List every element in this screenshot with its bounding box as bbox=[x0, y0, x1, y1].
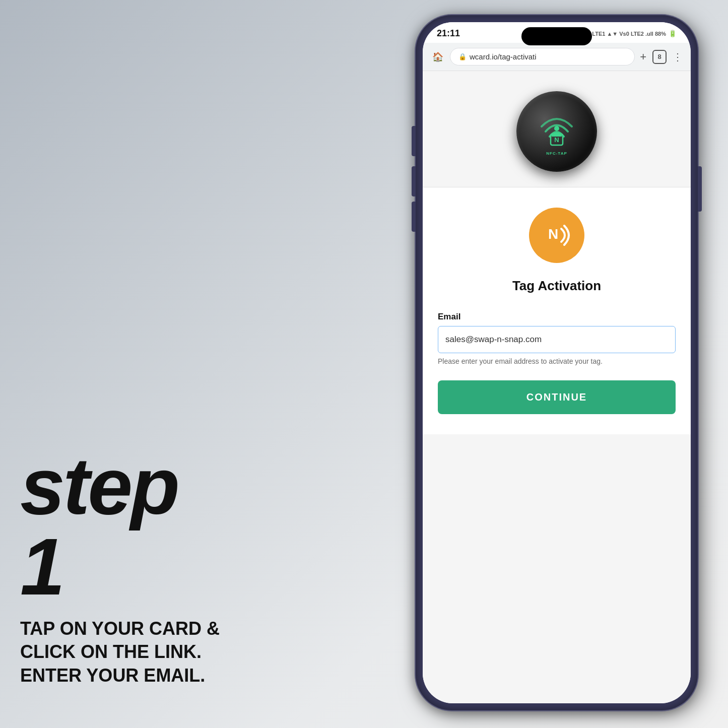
browser-bar: 🏠 🔒 wcard.io/tag-activati + 8 ⋮ bbox=[423, 43, 691, 71]
email-label: Email bbox=[438, 312, 676, 322]
instruction-line1: TAP ON YOUR CARD & bbox=[20, 618, 220, 639]
email-section: Email Please enter your email address to… bbox=[438, 312, 676, 365]
page-content: N NFC-TAP bbox=[423, 71, 691, 703]
home-button[interactable]: 🏠 bbox=[431, 50, 445, 64]
tag-activation-title: Tag Activation bbox=[512, 278, 601, 294]
new-tab-button[interactable]: + bbox=[640, 50, 646, 63]
card-section: N Tag Activation Email Please enter your… bbox=[423, 187, 691, 434]
logo-section: N NFC-TAP bbox=[423, 71, 691, 187]
url-bar[interactable]: 🔒 wcard.io/tag-activati bbox=[450, 48, 635, 65]
tab-count: 8 bbox=[657, 53, 661, 60]
instruction-line3: ENTER YOUR EMAIL. bbox=[20, 665, 205, 686]
email-input[interactable] bbox=[438, 326, 676, 353]
svg-text:N: N bbox=[548, 226, 558, 242]
status-time: 21:11 bbox=[437, 28, 460, 39]
phone-notch bbox=[521, 27, 592, 45]
step-label: step 1 bbox=[20, 446, 232, 607]
menu-button[interactable]: ⋮ bbox=[673, 51, 683, 63]
continue-button[interactable]: CONTINUE bbox=[438, 380, 676, 414]
nfc-wave-svg: N bbox=[539, 218, 574, 253]
tab-badge[interactable]: 8 bbox=[652, 50, 667, 64]
nfc-tap-logo-svg: N NFC-TAP bbox=[532, 106, 582, 157]
phone-outer-shell: 21:11 📷 🖼 📞 Vs0 4G LTE1 ▲▼ Vs0 LTE2 .ull… bbox=[416, 15, 698, 710]
battery-icon: 🔋 bbox=[669, 30, 677, 37]
phone-mockup: 21:11 📷 🖼 📞 Vs0 4G LTE1 ▲▼ Vs0 LTE2 .ull… bbox=[416, 15, 698, 710]
url-text: wcard.io/tag-activati bbox=[470, 52, 537, 61]
svg-point-2 bbox=[554, 126, 559, 131]
email-hint: Please enter your email address to activ… bbox=[438, 357, 676, 365]
nfc-orange-icon: N bbox=[529, 208, 584, 263]
logo-inner: N NFC-TAP bbox=[532, 106, 582, 157]
svg-text:N: N bbox=[554, 136, 559, 144]
left-panel: step 1 TAP ON YOUR CARD & CLICK ON THE L… bbox=[20, 446, 232, 688]
svg-text:NFC-TAP: NFC-TAP bbox=[546, 151, 567, 156]
lock-icon: 🔒 bbox=[458, 53, 467, 60]
app-logo: N NFC-TAP bbox=[516, 91, 597, 172]
instruction-line2: CLICK ON THE LINK. bbox=[20, 641, 202, 662]
phone-screen: 21:11 📷 🖼 📞 Vs0 4G LTE1 ▲▼ Vs0 LTE2 .ull… bbox=[423, 22, 691, 703]
browser-actions: + 8 ⋮ bbox=[640, 50, 683, 64]
instruction-text: TAP ON YOUR CARD & CLICK ON THE LINK. EN… bbox=[20, 617, 232, 688]
